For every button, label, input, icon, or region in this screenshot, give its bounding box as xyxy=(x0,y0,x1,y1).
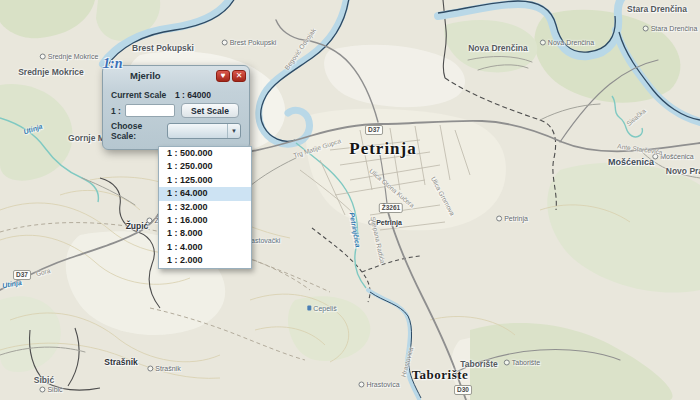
current-scale-row: Current Scale 1 : 64000 xyxy=(111,90,241,100)
scale-option[interactable]: 1 : 2.000 xyxy=(159,254,251,267)
scale-input[interactable] xyxy=(125,104,175,117)
minimize-button[interactable]: ♥ xyxy=(216,70,230,82)
set-scale-row: 1 : Set Scale xyxy=(111,103,241,118)
scale-option[interactable]: 1 : 64.000 xyxy=(159,187,251,200)
road-badge: D37 xyxy=(13,270,31,280)
scale-option[interactable]: 1 : 4.000 xyxy=(159,241,251,254)
road-badge: Ž3261 xyxy=(379,203,403,213)
scale-option[interactable]: 1 : 32.000 xyxy=(159,201,251,214)
chevron-down-icon[interactable]: ▼ xyxy=(227,124,240,138)
map-canvas[interactable]: Brest PokupskiBrest PokupskiSrednje Mokr… xyxy=(0,0,700,400)
road-badge: D30 xyxy=(454,385,472,395)
road-badge: D37 xyxy=(365,125,383,135)
close-icon: ✕ xyxy=(236,72,243,80)
scale-option[interactable]: 1 : 500.000 xyxy=(159,147,251,160)
dialog-body: Current Scale 1 : 64000 1 : Set Scale Ch… xyxy=(103,83,249,141)
scale-input-prefix: 1 : xyxy=(111,106,125,116)
scale-option[interactable]: 1 : 125.000 xyxy=(159,174,251,187)
scale-dialog: 1:n Mjerilo ♥ ✕ Current Scale 1 : 64000 … xyxy=(102,65,250,150)
scale-dropdown-list: 1 : 500.0001 : 250.0001 : 125.0001 : 64.… xyxy=(158,146,252,269)
close-button[interactable]: ✕ xyxy=(232,70,246,82)
scale-widget-icon[interactable]: 1:n xyxy=(103,56,122,72)
current-scale-value: 1 : 64000 xyxy=(175,90,211,100)
dialog-title: Mjerilo xyxy=(130,70,214,81)
dialog-titlebar[interactable]: Mjerilo ♥ ✕ xyxy=(103,66,249,83)
choose-scale-row: Choose Scale: ▼ xyxy=(111,121,241,141)
heart-icon: ♥ xyxy=(221,72,226,80)
scale-option[interactable]: 1 : 250.000 xyxy=(159,160,251,173)
choose-scale-label: Choose Scale: xyxy=(111,121,167,141)
scale-option[interactable]: 1 : 8.000 xyxy=(159,227,251,240)
scale-combobox[interactable]: ▼ xyxy=(167,123,241,139)
set-scale-button[interactable]: Set Scale xyxy=(181,103,239,118)
current-scale-label: Current Scale xyxy=(111,90,173,100)
scale-option[interactable]: 1 : 16.000 xyxy=(159,214,251,227)
